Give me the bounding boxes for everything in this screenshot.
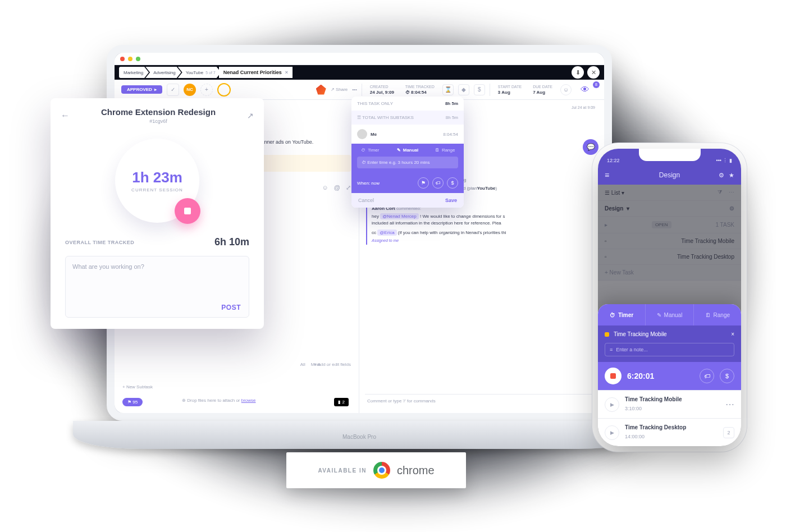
overall-value: 6h 10m bbox=[214, 236, 249, 248]
more-button[interactable]: ••• bbox=[352, 87, 357, 92]
right-badge[interactable]: ▮ 2 bbox=[334, 398, 349, 406]
chrome-icon bbox=[373, 462, 390, 479]
stop-timer-button[interactable] bbox=[175, 198, 200, 224]
breadcrumb-1[interactable]: Marketing bbox=[119, 67, 149, 78]
settings-icon[interactable]: ⚙ bbox=[719, 172, 724, 179]
window-close-dot[interactable] bbox=[120, 57, 125, 61]
available-in-chrome-badge[interactable]: AVAILABLE IN chrome bbox=[286, 452, 466, 488]
meta-tracked[interactable]: TIME TRACKED⏱ 8:04:54 bbox=[402, 85, 438, 95]
popover-tabs: ⏱ Timer ✎ Manual 🗓 Range bbox=[351, 144, 464, 157]
popover-tab-manual[interactable]: ✎ Manual bbox=[389, 144, 427, 157]
panel-tab-manual[interactable]: ✎ Manual bbox=[645, 304, 693, 325]
gitlab-icon[interactable] bbox=[316, 85, 326, 95]
phone-indicators: ••• ⋮ ▮ bbox=[716, 158, 732, 163]
panel-running-timer: 6:20:01 🏷 $ bbox=[598, 362, 741, 390]
expand-icon[interactable]: ⤢ bbox=[346, 184, 351, 191]
budget-icon[interactable]: $ bbox=[474, 84, 485, 95]
session-label: CURRENT SESSION bbox=[131, 187, 183, 192]
avatar-icon bbox=[357, 129, 367, 139]
phone-notch bbox=[639, 149, 701, 161]
chat-fab[interactable]: 💬 bbox=[583, 139, 598, 155]
pop-me-row: Me 8:04:54 bbox=[351, 125, 464, 144]
priority-ring-icon[interactable] bbox=[217, 83, 231, 97]
pop-this-value: 8h 5m bbox=[445, 101, 458, 106]
breadcrumb-bar: Marketing Advertising YouTube 5 of 7 Nen… bbox=[115, 65, 604, 80]
note-input[interactable]: What are you working on? POST bbox=[65, 256, 249, 318]
popover-when-label[interactable]: When: now bbox=[357, 181, 380, 186]
assignee-avatar[interactable]: NC bbox=[184, 84, 196, 96]
breadcrumb-active-tab[interactable]: Nenad Current Priorities × bbox=[219, 67, 293, 78]
stop-record-button[interactable] bbox=[605, 368, 622, 384]
available-label: AVAILABLE IN bbox=[318, 467, 367, 474]
meta-due[interactable]: DUE DATE7 Aug bbox=[529, 85, 556, 95]
status-pill[interactable]: APPROVED▸ bbox=[121, 85, 162, 94]
mention-erica[interactable]: @Erica bbox=[377, 230, 396, 236]
time-entry-1[interactable]: ▶ Time Tracking Mobile3:10:00 ⋯ bbox=[598, 390, 741, 418]
points-icon[interactable]: ◆ bbox=[458, 84, 469, 95]
filter-all[interactable]: All bbox=[300, 362, 305, 367]
tab-label: Nenad Current Priorities bbox=[223, 70, 282, 75]
panel-tag-icon[interactable]: 🏷 bbox=[700, 369, 714, 383]
overall-label: OVERALL TIME TRACKED bbox=[65, 240, 134, 245]
check-button[interactable]: ✓ bbox=[167, 84, 179, 96]
pop-total-value: 8h 5m bbox=[446, 115, 458, 120]
panel-tab-timer[interactable]: ⏱ Timer bbox=[598, 304, 645, 325]
window-min-dot[interactable] bbox=[128, 57, 132, 61]
timer-panel: ⏱ Timer ✎ Manual 🗓 Range Time Tracking M… bbox=[598, 304, 741, 446]
back-icon[interactable]: ← bbox=[61, 111, 70, 121]
play-icon[interactable]: ▶ bbox=[605, 397, 619, 412]
window-max-dot[interactable] bbox=[136, 57, 140, 61]
breadcrumb-3[interactable]: YouTube 5 of 7 bbox=[178, 67, 221, 78]
filter-mine[interactable]: Mine bbox=[311, 362, 321, 367]
share-button[interactable]: ↗ Share bbox=[331, 87, 348, 92]
menu-icon[interactable]: ≡ bbox=[605, 171, 609, 180]
billable-icon[interactable]: ⚑ bbox=[418, 177, 429, 189]
clear-task-icon[interactable]: × bbox=[731, 331, 734, 337]
post-button[interactable]: POST bbox=[221, 304, 241, 311]
breadcrumb-count: 5 of 7 bbox=[205, 71, 216, 75]
smile-icon[interactable]: ☺ bbox=[560, 84, 572, 95]
close-task-icon[interactable]: ✕ bbox=[587, 66, 600, 79]
dropzone[interactable]: ⊕ Drop files here to attach or browse bbox=[182, 398, 256, 403]
emoji-icon[interactable]: ☺ bbox=[322, 184, 328, 191]
session-timer: 1h 23m CURRENT SESSION bbox=[115, 139, 199, 223]
iphone-mockup: 12:22 ••• ⋮ ▮ ≡ Design ⚙★ ☰ List ▾ ⧩⋯ De… bbox=[598, 149, 741, 446]
play-icon[interactable]: ▶ bbox=[605, 425, 619, 440]
popover-time-input[interactable]: ⏱ Enter time e.g. 3 hours 20 mins bbox=[357, 157, 458, 168]
star-icon[interactable]: ★ bbox=[729, 172, 734, 179]
chrome-name: chrome bbox=[397, 464, 435, 477]
comment-input[interactable]: Comment or type '/' for commands bbox=[365, 394, 598, 407]
meta-created: CREATED24 Jul, 9:09 bbox=[367, 85, 397, 95]
open-external-icon[interactable]: ↗ bbox=[247, 111, 254, 120]
phone-header: ≡ Design ⚙★ bbox=[598, 166, 741, 185]
new-subtask-button[interactable]: + New Subtask bbox=[122, 384, 153, 389]
phone-clock: 12:22 bbox=[607, 158, 620, 163]
panel-dollar-icon[interactable]: $ bbox=[720, 369, 734, 383]
breadcrumb-2[interactable]: Advertising bbox=[145, 67, 181, 78]
download-icon[interactable]: ⬇ bbox=[572, 66, 584, 79]
meta-start[interactable]: START DATE3 Aug bbox=[495, 85, 525, 95]
popover-cancel[interactable]: Cancel bbox=[358, 198, 374, 203]
add-assignee-icon[interactable]: + bbox=[200, 84, 213, 96]
phone-header-title: Design bbox=[659, 171, 680, 179]
dollar-icon[interactable]: $ bbox=[447, 177, 458, 189]
close-icon[interactable]: × bbox=[285, 70, 288, 75]
time-entry-2[interactable]: ▶ Time Tracking Desktop14:00:00 2 bbox=[598, 418, 741, 446]
panel-tab-range[interactable]: 🗓 Range bbox=[693, 304, 741, 325]
panel-active-task[interactable]: Time Tracking Mobile × bbox=[598, 325, 741, 343]
tag-icon[interactable]: 🏷 bbox=[432, 177, 444, 189]
popover-tab-timer[interactable]: ⏱ Timer bbox=[351, 144, 389, 157]
mention-nenad[interactable]: @Nenad Mercep bbox=[380, 213, 419, 219]
popover-save[interactable]: Save bbox=[445, 198, 457, 203]
at-icon[interactable]: @ bbox=[334, 184, 340, 191]
panel-note-input[interactable]: ≡ Enter a note... bbox=[605, 343, 734, 356]
breadcrumb-3-label: YouTube bbox=[186, 70, 203, 75]
time-est-icon[interactable]: ⌛ bbox=[442, 84, 454, 95]
watchers-icon[interactable]: 👁 bbox=[581, 85, 597, 95]
popover-tab-range[interactable]: 🗓 Range bbox=[426, 144, 464, 157]
comment-block: Aaron Cort commented: hey @Nenad Mercep … bbox=[366, 204, 597, 245]
chrome-extension-popup: ← Chrome Extension Redesign #1cgv6f ↗ 1h… bbox=[51, 98, 264, 329]
left-badge[interactable]: ⚑ 95 bbox=[122, 398, 143, 406]
entry-count: 2 bbox=[723, 427, 734, 438]
entry-more-icon[interactable]: ⋯ bbox=[725, 399, 734, 410]
